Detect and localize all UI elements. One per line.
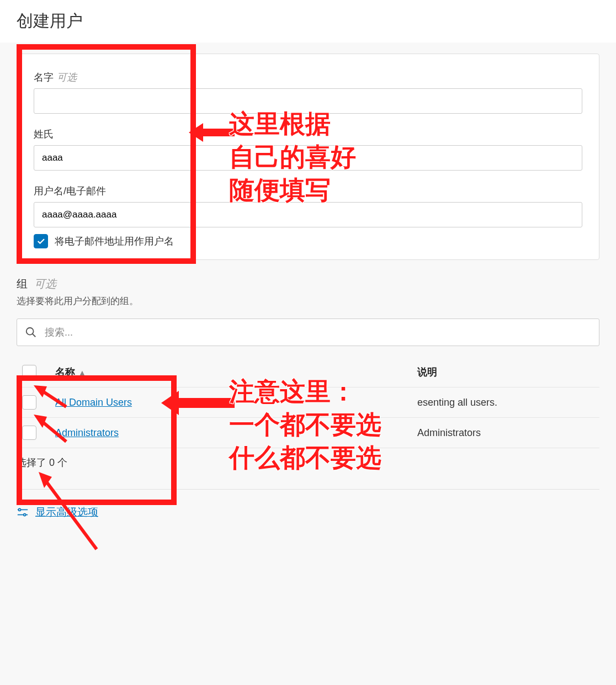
username-label: 用户名/电子邮件 <box>34 184 582 198</box>
group-link-all-domain-users[interactable]: All Domain Users <box>55 397 132 408</box>
first-name-input[interactable] <box>34 88 582 114</box>
last-name-label: 姓氏 <box>34 128 582 141</box>
row-checkbox[interactable] <box>22 426 36 440</box>
sort-icon: ▲ <box>78 368 86 377</box>
use-email-as-username-label: 将电子邮件地址用作用户名 <box>55 235 174 248</box>
checkmark-icon <box>36 236 46 246</box>
search-icon <box>25 326 37 338</box>
table-row: All Domain Users esenting all users. <box>17 387 599 418</box>
groups-title-text: 组 <box>17 278 28 290</box>
svg-point-5 <box>24 514 26 516</box>
group-desc: esenting all users. <box>412 387 599 418</box>
column-name-text: 名称 <box>55 367 75 378</box>
table-row: Administrators Administrators <box>17 418 599 448</box>
svg-point-0 <box>26 328 34 335</box>
first-name-label-text: 名字 <box>34 72 54 83</box>
column-name[interactable]: 名称▲ <box>50 357 412 387</box>
groups-table: 名称▲ 说明 All Domain Users esenting all use… <box>17 357 599 448</box>
divider <box>17 489 599 490</box>
groups-section: 组 可选 选择要将此用户分配到的组。 名称▲ 说明 <box>17 277 599 472</box>
groups-optional: 可选 <box>34 278 56 290</box>
show-advanced-options-link[interactable]: 显示高级选项 <box>35 505 98 519</box>
first-name-optional: 可选 <box>57 72 77 83</box>
groups-title: 组 可选 <box>17 277 599 291</box>
select-all-checkbox[interactable] <box>22 365 36 379</box>
use-email-as-username-checkbox[interactable] <box>34 234 48 248</box>
first-name-label: 名字可选 <box>34 71 582 84</box>
group-desc: Administrators <box>412 418 599 448</box>
user-info-panel: 名字可选 姓氏 用户名/电子邮件 将电子邮件地址用作用户名 <box>17 54 599 260</box>
groups-desc: 选择要将此用户分配到的组。 <box>17 295 599 307</box>
svg-point-2 <box>18 508 20 511</box>
row-checkbox[interactable] <box>22 395 36 410</box>
last-name-input[interactable] <box>34 145 582 171</box>
column-desc[interactable]: 说明 <box>412 357 599 387</box>
username-input[interactable] <box>34 202 582 227</box>
groups-search-input[interactable] <box>17 318 599 346</box>
settings-icon <box>17 506 29 518</box>
page-title: 创建用户 <box>0 0 616 43</box>
selected-count: 选择了 0 个 <box>17 448 599 472</box>
group-link-administrators[interactable]: Administrators <box>55 427 119 438</box>
svg-line-1 <box>33 334 36 337</box>
